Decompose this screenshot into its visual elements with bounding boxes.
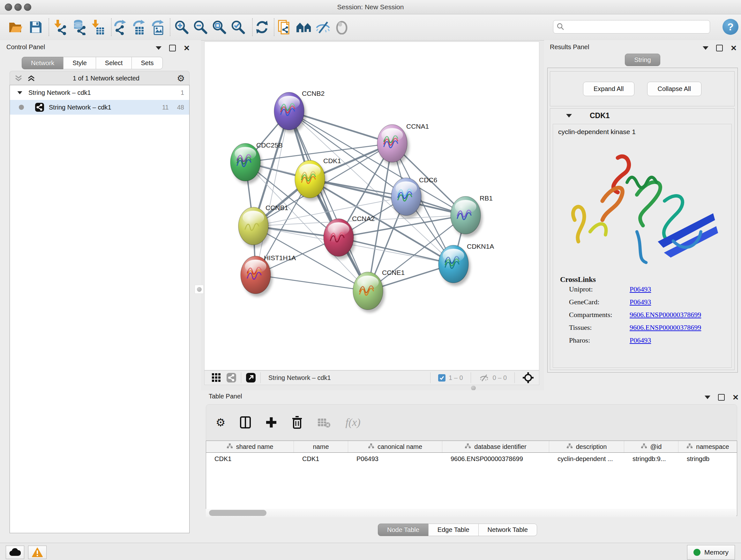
tab-sets[interactable]: Sets bbox=[131, 57, 163, 69]
network-graph[interactable]: CCNB2CCNA1CDC25BCDK1CDC6RB1CCNB1CCNA2CDK… bbox=[205, 42, 539, 370]
crosslink-link[interactable]: P06493 bbox=[630, 285, 651, 294]
expand-all-icon[interactable] bbox=[27, 75, 36, 82]
search-input[interactable] bbox=[565, 23, 710, 30]
panel-menu-icon[interactable] bbox=[704, 395, 711, 399]
birds-eye-view-icon[interactable] bbox=[522, 372, 534, 383]
network-edge[interactable] bbox=[339, 238, 454, 264]
network-canvas[interactable]: CCNB2CCNA1CDC25BCDK1CDC6RB1CCNB1CCNA2CDK… bbox=[204, 42, 539, 370]
left-splitter-handle[interactable] bbox=[195, 285, 204, 294]
close-panel-icon[interactable]: ✕ bbox=[732, 395, 739, 400]
panel-menu-icon[interactable] bbox=[156, 46, 161, 50]
save-session-button[interactable] bbox=[27, 19, 44, 36]
tab-string[interactable]: String bbox=[625, 54, 660, 66]
table-cell[interactable]: P06493 bbox=[348, 453, 442, 465]
bottom-splitter-handle[interactable] bbox=[471, 386, 476, 390]
zoom-selected-button[interactable] bbox=[230, 19, 246, 36]
collapse-all-button[interactable]: Collapse All bbox=[647, 82, 702, 96]
close-panel-icon[interactable]: ✕ bbox=[184, 45, 190, 51]
tab-node-table[interactable]: Node Table bbox=[378, 523, 428, 536]
show-columns-icon[interactable] bbox=[240, 416, 251, 428]
column-header-database-identifier[interactable]: database identifier bbox=[442, 441, 549, 452]
table-horizontal-scrollbar[interactable] bbox=[206, 509, 736, 517]
network-node-hist1h1a[interactable] bbox=[241, 256, 271, 294]
network-node-ccnb1[interactable] bbox=[239, 207, 268, 245]
column-header--id[interactable]: @id bbox=[624, 441, 678, 452]
tab-select[interactable]: Select bbox=[96, 57, 132, 69]
table-cell[interactable]: cyclin-dependent ... bbox=[549, 453, 624, 465]
gear-icon[interactable]: ⚙ bbox=[177, 73, 185, 84]
apply-layout-button[interactable] bbox=[254, 19, 270, 36]
tab-style[interactable]: Style bbox=[63, 57, 96, 69]
column-header-description[interactable]: description bbox=[549, 441, 624, 452]
table-cell[interactable]: stringdb bbox=[678, 453, 737, 465]
column-header-shared-name[interactable]: shared name bbox=[206, 441, 294, 452]
export-table-button[interactable] bbox=[131, 19, 148, 36]
panel-menu-icon[interactable] bbox=[703, 46, 709, 50]
help-button[interactable]: ? bbox=[723, 19, 738, 35]
table-cell[interactable]: CDK1 bbox=[206, 453, 294, 465]
network-node-ccna1[interactable] bbox=[377, 125, 407, 162]
table-cell[interactable]: CDK1 bbox=[294, 453, 348, 465]
collapse-all-icon[interactable] bbox=[14, 75, 23, 82]
network-from-file-button[interactable] bbox=[277, 19, 293, 36]
zoom-out-button[interactable] bbox=[192, 19, 209, 36]
memory-button[interactable]: Memory bbox=[687, 545, 735, 560]
float-panel-icon[interactable] bbox=[716, 45, 723, 51]
network-node-cdkn1a[interactable] bbox=[439, 245, 468, 283]
zoom-fit-button[interactable] bbox=[211, 19, 227, 36]
import-network-button[interactable] bbox=[52, 19, 69, 36]
network-node-ccna2[interactable] bbox=[324, 219, 354, 256]
crosslink-link[interactable]: 9606.ENSP00000378699 bbox=[630, 323, 701, 332]
network-node-ccnb2[interactable] bbox=[274, 92, 304, 130]
table-cell[interactable]: stringdb:9... bbox=[624, 453, 678, 465]
node-table[interactable]: shared namenamecanonical namedatabase id… bbox=[206, 441, 737, 516]
tab-edge-table[interactable]: Edge Table bbox=[428, 523, 479, 536]
table-cell[interactable]: 9606.ENSP00000378699 bbox=[442, 453, 549, 465]
warnings-button[interactable] bbox=[28, 546, 47, 559]
network-row[interactable]: String Network – cdk1 11 48 bbox=[10, 100, 189, 115]
export-image-button[interactable] bbox=[150, 19, 166, 36]
expand-all-button[interactable]: Expand All bbox=[583, 82, 634, 96]
add-column-icon[interactable] bbox=[266, 417, 277, 428]
table-gear-icon[interactable]: ⚙ bbox=[216, 416, 225, 429]
network-node-cdk1[interactable] bbox=[295, 160, 325, 198]
import-table-button[interactable] bbox=[90, 19, 106, 36]
open-session-button[interactable] bbox=[7, 19, 23, 36]
zoom-in-button[interactable] bbox=[173, 19, 190, 36]
crosslink-link[interactable]: P06493 bbox=[630, 298, 651, 306]
hide-unhide-button[interactable] bbox=[315, 19, 331, 36]
close-panel-icon[interactable]: ✕ bbox=[731, 45, 737, 51]
crosslink-link[interactable]: 9606.ENSP00000378699 bbox=[630, 311, 701, 319]
float-panel-icon[interactable] bbox=[718, 394, 725, 401]
network-share-gray-icon[interactable] bbox=[226, 373, 237, 383]
selected-checkbox-icon[interactable] bbox=[438, 374, 446, 381]
show-graphics-button[interactable] bbox=[333, 19, 350, 36]
delete-column-icon[interactable] bbox=[292, 416, 302, 429]
search-field[interactable] bbox=[553, 20, 710, 34]
crosslink-link[interactable]: P06493 bbox=[630, 336, 651, 345]
tab-network[interactable]: Network bbox=[22, 57, 64, 69]
column-header-canonical-name[interactable]: canonical name bbox=[348, 441, 442, 452]
tree-collapse-icon[interactable] bbox=[17, 91, 22, 94]
table-row[interactable]: CDK1CDK1P064939606.ENSP00000378699cyclin… bbox=[206, 453, 737, 465]
float-panel-icon[interactable] bbox=[169, 45, 176, 51]
network-node-cdc25b[interactable] bbox=[230, 143, 260, 181]
network-collection-row[interactable]: String Network – cdk1 1 bbox=[10, 85, 189, 100]
network-edge[interactable] bbox=[310, 179, 466, 215]
cloud-button[interactable] bbox=[6, 546, 24, 559]
home-button[interactable] bbox=[296, 19, 313, 36]
network-edge[interactable] bbox=[289, 111, 368, 291]
section-collapse-icon[interactable] bbox=[566, 114, 572, 118]
grid-view-icon[interactable] bbox=[212, 373, 221, 382]
network-node-cdc6[interactable] bbox=[391, 178, 421, 215]
network-node-rb1[interactable] bbox=[451, 196, 481, 234]
network-node-ccne1[interactable] bbox=[353, 272, 383, 310]
import-network-from-database-button[interactable] bbox=[71, 19, 87, 36]
gene-section-header[interactable]: CDK1 bbox=[550, 109, 734, 123]
detach-view-icon[interactable] bbox=[246, 373, 256, 383]
column-header-name[interactable]: name bbox=[294, 441, 348, 452]
scrollbar-thumb[interactable] bbox=[209, 510, 266, 516]
tab-network-table[interactable]: Network Table bbox=[478, 523, 537, 536]
column-header-namespace[interactable]: namespace bbox=[678, 441, 737, 452]
export-network-button[interactable] bbox=[112, 19, 129, 36]
